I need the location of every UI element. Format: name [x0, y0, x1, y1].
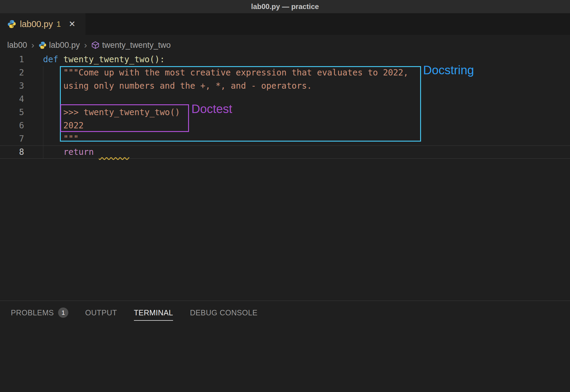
code-text: using only numbers and the +, *, and - o… [24, 79, 312, 93]
python-icon [7, 20, 16, 29]
code-line-2: 2 """Come up with the most creative expr… [0, 66, 570, 79]
code-text: """ [24, 132, 79, 145]
code-text: 2022 [24, 119, 84, 132]
breadcrumb-label: lab00 [7, 41, 27, 50]
line-number: 8 [0, 146, 24, 158]
tab-problems-label: PROBLEMS [11, 308, 54, 317]
code-line-4: 4 [0, 93, 570, 106]
code-line-1: 1 def twenty_twenty_two(): [0, 53, 570, 66]
keyword-def: def [43, 54, 63, 64]
python-icon [39, 41, 47, 49]
tab-label: lab00.py [20, 19, 53, 29]
tab-debug-console-label: DEBUG CONSOLE [190, 308, 258, 317]
editor-tab-strip: lab00.py 1 ✕ [0, 13, 570, 35]
tab-close-icon[interactable]: ✕ [69, 19, 76, 29]
window-title: lab00.py — practice [251, 2, 319, 11]
tab-output-label: OUTPUT [85, 308, 117, 317]
problems-count-badge: 1 [58, 308, 68, 318]
code-text [24, 93, 43, 106]
docstring-text: """Come up with the most creative expres… [43, 68, 408, 78]
line-number: 3 [0, 79, 24, 93]
breadcrumb-item-lab00-py[interactable]: lab00.py [39, 41, 80, 50]
tab-output[interactable]: OUTPUT [85, 308, 117, 321]
doctest-call: >>> twenty_twenty_two() [43, 107, 180, 117]
breadcrumb-label: lab00.py [49, 41, 80, 50]
code-editor[interactable]: 1 def twenty_twenty_two(): 2 """Come up … [0, 53, 570, 159]
line-number: 4 [0, 93, 24, 106]
keyword-return: return [43, 147, 94, 157]
chevron-right-icon: › [83, 40, 88, 50]
code-line-7: 7 """ [0, 132, 570, 145]
indent-guide [43, 66, 43, 159]
bottom-panel: PROBLEMS 1 OUTPUT TERMINAL DEBUG CONSOLE… [0, 301, 570, 392]
docstring-text: using only numbers and the +, *, and - o… [43, 81, 312, 91]
breadcrumb-label: twenty_twenty_two [102, 41, 171, 50]
line-number: 1 [0, 53, 24, 66]
line-number: 2 [0, 66, 24, 79]
tab-debug-console[interactable]: DEBUG CONSOLE [190, 308, 258, 321]
line-number: 5 [0, 106, 24, 119]
doctest-expected: 2022 [43, 121, 84, 130]
code-line-3: 3 using only numbers and the +, *, and -… [0, 79, 570, 93]
breadcrumb-item-symbol[interactable]: twenty_twenty_two [91, 41, 171, 50]
code-text: >>> twenty_twenty_two() [24, 106, 180, 119]
chevron-right-icon: › [31, 40, 35, 50]
code-text: """Come up with the most creative expres… [24, 66, 408, 79]
tab-lab00-py[interactable]: lab00.py 1 ✕ [0, 13, 85, 35]
symbol-cube-icon [91, 41, 100, 49]
code-line-8-current: 8 return [0, 145, 570, 159]
warning-squiggle [99, 147, 129, 157]
tab-terminal[interactable]: TERMINAL [134, 308, 173, 321]
tab-problems[interactable]: PROBLEMS 1 [11, 308, 68, 321]
tab-problem-badge: 1 [57, 20, 61, 29]
breadcrumb: lab00 › lab00.py › twenty_twenty_two [0, 36, 570, 54]
panel-tab-bar: PROBLEMS 1 OUTPUT TERMINAL DEBUG CONSOLE [0, 301, 570, 321]
line-number: 7 [0, 132, 24, 145]
window-titlebar: lab00.py — practice [0, 0, 570, 13]
tab-terminal-label: TERMINAL [134, 308, 173, 317]
docstring-close: """ [43, 134, 79, 144]
line-number: 6 [0, 119, 24, 132]
code-line-5: 5 >>> twenty_twenty_two() [0, 106, 570, 119]
code-text: def twenty_twenty_two(): [24, 53, 165, 66]
code-text: return [24, 146, 129, 158]
breadcrumb-item-lab00[interactable]: lab00 [7, 41, 27, 50]
function-signature: twenty_twenty_two(): [63, 54, 165, 64]
code-line-6: 6 2022 [0, 119, 570, 132]
